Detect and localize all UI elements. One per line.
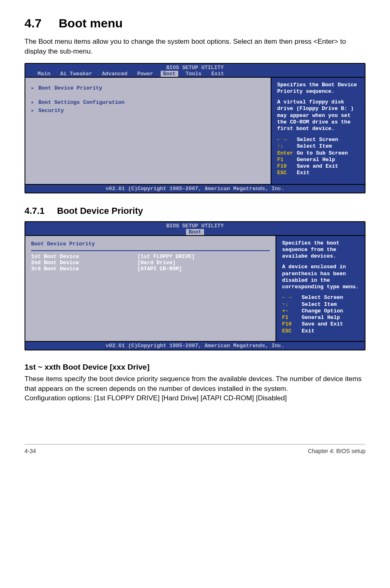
submenu-arrow-icon: ▸	[31, 99, 38, 107]
tab-boot[interactable]: Boot	[186, 229, 204, 235]
divider	[31, 250, 270, 251]
bios-controls: ← →Select Screen ↑↓Select Item +-Change …	[282, 294, 361, 337]
page-footer: 4-34 Chapter 4: BIOS setup	[25, 444, 365, 454]
tab-exit[interactable]: Exit	[209, 71, 226, 77]
key-plusminus: +-	[282, 308, 302, 314]
boot-device-3[interactable]: 3rd Boot Device [ATAPI CD-ROM]	[31, 266, 270, 272]
help-text-2: A virtual floppy disk drive (Floppy Driv…	[277, 99, 361, 132]
section-intro: The Boot menu items allow you to change …	[25, 37, 365, 56]
key-arrows-v: ↑↓	[277, 143, 297, 150]
help-text-1: Specifies the Boot Device Priority seque…	[277, 82, 361, 95]
bios-left-panel: Boot Device Priority 1st Boot Device [1s…	[25, 236, 276, 341]
key-f10: F10	[277, 163, 297, 170]
subsection-number: 4.7.1	[25, 206, 45, 216]
key-arrows-h: ← →	[277, 137, 297, 143]
tab-advanced[interactable]: Advanced	[99, 71, 130, 77]
help-text-1: Specifies the boot sequence from the ava…	[282, 240, 361, 260]
panel-title: Boot Device Priority	[31, 240, 270, 248]
bios-header: BIOS SETUP UTILITY	[25, 64, 365, 71]
tab-boot[interactable]: Boot	[161, 71, 178, 77]
tab-tools[interactable]: Tools	[183, 71, 204, 77]
key-arrows-v: ↑↓	[282, 301, 302, 308]
menu-item-boot-settings[interactable]: ▸ Boot Settings Configuration	[31, 99, 265, 107]
bios-help-panel: Specifies the boot sequence from the ava…	[276, 236, 365, 341]
tab-ai-tweaker[interactable]: Ai Tweaker	[58, 71, 94, 77]
section-number: 4.7	[25, 16, 42, 30]
menu-item-security[interactable]: ▸ Security	[31, 107, 265, 115]
key-esc: ESC	[277, 170, 297, 176]
page-number: 4-34	[25, 448, 36, 454]
bios-header: BIOS SETUP UTILITY	[25, 222, 365, 229]
key-enter: Enter	[277, 150, 297, 157]
bios-screen-boot-menu: BIOS SETUP UTILITY Main Ai Tweaker Advan…	[25, 63, 365, 193]
key-f1: F1	[282, 314, 302, 321]
key-f10: F10	[282, 321, 302, 328]
bios-footer: v02.61 (C)Copyright 1985-2007, American …	[25, 184, 365, 193]
section-name: Boot menu	[58, 16, 123, 30]
section-title: 4.7 Boot menu	[25, 16, 365, 30]
menu-item-boot-priority[interactable]: ▸ Boot Device Priority	[31, 84, 265, 92]
bios-screen-boot-priority: BIOS SETUP UTILITY Boot Boot Device Prio…	[25, 221, 365, 350]
submenu-arrow-icon: ▸	[31, 84, 38, 92]
bios-footer: v02.61 (C)Copyright 1985-2007, American …	[25, 341, 365, 350]
help-text-2: A device enclosed in parenthesis has bee…	[282, 264, 361, 290]
field-desc-2: Configuration options: [1st FLOPPY DRIVE…	[25, 393, 365, 403]
subsection-name: Boot Device Priority	[57, 206, 143, 216]
chapter-label: Chapter 4: BIOS setup	[308, 448, 365, 454]
key-f1: F1	[277, 157, 297, 163]
key-esc: ESC	[282, 328, 302, 334]
submenu-arrow-icon: ▸	[31, 107, 38, 115]
subsection-title: 4.7.1 Boot Device Priority	[25, 206, 365, 216]
tab-power[interactable]: Power	[135, 71, 156, 77]
tab-main[interactable]: Main	[35, 71, 53, 77]
bios-controls: ← →Select Screen ↑↓Select Item EnterGo t…	[277, 137, 361, 180]
boot-device-2[interactable]: 2nd Boot Device [Hard Drive]	[31, 260, 270, 266]
field-title: 1st ~ xxth Boot Device [xxx Drive]	[25, 363, 365, 372]
boot-device-1[interactable]: 1st Boot Device [1st FLOPPY DRIVE]	[31, 254, 270, 260]
bios-tabs: Main Ai Tweaker Advanced Power Boot Tool…	[25, 71, 365, 77]
field-desc-1: These items specify the boot device prio…	[25, 374, 365, 394]
bios-left-panel: ▸ Boot Device Priority ▸ Boot Settings C…	[25, 78, 271, 184]
bios-help-panel: Specifies the Boot Device Priority seque…	[271, 78, 365, 184]
key-arrows-h: ← →	[282, 294, 302, 301]
